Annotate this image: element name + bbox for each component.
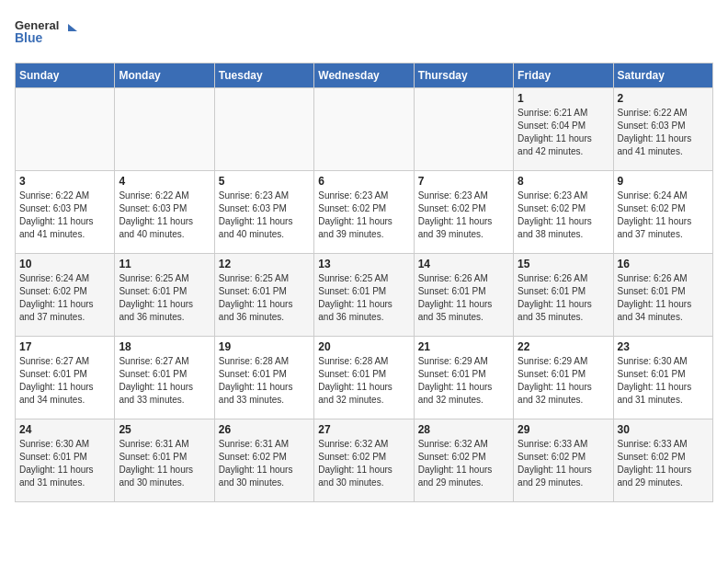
day-info: Sunrise: 6:24 AM Sunset: 6:02 PM Dayligh… <box>19 272 110 324</box>
day-number: 14 <box>418 258 509 270</box>
day-info: Sunrise: 6:28 AM Sunset: 6:01 PM Dayligh… <box>318 355 409 407</box>
day-number: 8 <box>518 175 609 188</box>
day-number: 27 <box>318 423 409 436</box>
day-info: Sunrise: 6:26 AM Sunset: 6:01 PM Dayligh… <box>418 272 509 324</box>
svg-text:Blue: Blue <box>15 30 43 45</box>
calendar-cell <box>214 88 313 171</box>
day-number: 13 <box>318 258 409 270</box>
calendar-cell: 2Sunrise: 6:22 AM Sunset: 6:03 PM Daylig… <box>613 88 712 171</box>
calendar-cell <box>16 88 115 171</box>
calendar-cell: 27Sunrise: 6:32 AM Sunset: 6:02 PM Dayli… <box>314 419 414 502</box>
day-number: 21 <box>418 340 509 353</box>
logo-svg: General Blue <box>15 15 79 52</box>
day-number: 7 <box>418 175 509 188</box>
day-number: 9 <box>618 175 709 188</box>
calendar-cell: 17Sunrise: 6:27 AM Sunset: 6:01 PM Dayli… <box>16 337 115 419</box>
day-info: Sunrise: 6:23 AM Sunset: 6:03 PM Dayligh… <box>219 190 310 241</box>
day-number: 1 <box>518 92 609 105</box>
day-info: Sunrise: 6:22 AM Sunset: 6:03 PM Dayligh… <box>19 190 110 241</box>
calendar-cell: 10Sunrise: 6:24 AM Sunset: 6:02 PM Dayli… <box>16 254 115 337</box>
calendar-cell: 5Sunrise: 6:23 AM Sunset: 6:03 PM Daylig… <box>214 171 313 254</box>
day-info: Sunrise: 6:22 AM Sunset: 6:03 PM Dayligh… <box>618 107 709 158</box>
day-number: 5 <box>219 175 310 188</box>
day-number: 6 <box>318 175 409 188</box>
day-number: 11 <box>119 258 210 270</box>
weekday-header-sunday: Sunday <box>16 63 115 88</box>
day-number: 4 <box>119 175 210 188</box>
day-info: Sunrise: 6:23 AM Sunset: 6:02 PM Dayligh… <box>518 190 609 241</box>
day-info: Sunrise: 6:30 AM Sunset: 6:01 PM Dayligh… <box>618 355 709 407</box>
calendar-table: SundayMondayTuesdayWednesdayThursdayFrid… <box>15 63 713 502</box>
day-number: 3 <box>19 175 110 188</box>
calendar-cell: 26Sunrise: 6:31 AM Sunset: 6:02 PM Dayli… <box>214 419 313 502</box>
calendar-cell: 21Sunrise: 6:29 AM Sunset: 6:01 PM Dayli… <box>414 337 513 419</box>
calendar-cell: 20Sunrise: 6:28 AM Sunset: 6:01 PM Dayli… <box>314 337 414 419</box>
calendar-week-1: 1Sunrise: 6:21 AM Sunset: 6:04 PM Daylig… <box>16 88 713 171</box>
day-info: Sunrise: 6:31 AM Sunset: 6:01 PM Dayligh… <box>119 438 210 489</box>
calendar-cell: 29Sunrise: 6:33 AM Sunset: 6:02 PM Dayli… <box>514 419 613 502</box>
calendar-cell: 14Sunrise: 6:26 AM Sunset: 6:01 PM Dayli… <box>414 254 513 337</box>
day-info: Sunrise: 6:23 AM Sunset: 6:02 PM Dayligh… <box>318 190 409 241</box>
calendar-cell: 11Sunrise: 6:25 AM Sunset: 6:01 PM Dayli… <box>115 254 214 337</box>
day-info: Sunrise: 6:22 AM Sunset: 6:03 PM Dayligh… <box>119 190 210 241</box>
day-number: 15 <box>518 258 609 270</box>
day-info: Sunrise: 6:31 AM Sunset: 6:02 PM Dayligh… <box>219 438 310 489</box>
calendar-cell: 30Sunrise: 6:33 AM Sunset: 6:02 PM Dayli… <box>613 419 712 502</box>
calendar-week-4: 17Sunrise: 6:27 AM Sunset: 6:01 PM Dayli… <box>16 337 713 419</box>
calendar-cell: 8Sunrise: 6:23 AM Sunset: 6:02 PM Daylig… <box>514 171 613 254</box>
day-info: Sunrise: 6:25 AM Sunset: 6:01 PM Dayligh… <box>119 272 210 324</box>
day-number: 28 <box>418 423 509 436</box>
calendar-cell: 4Sunrise: 6:22 AM Sunset: 6:03 PM Daylig… <box>115 171 214 254</box>
calendar-cell: 12Sunrise: 6:25 AM Sunset: 6:01 PM Dayli… <box>214 254 313 337</box>
weekday-header-friday: Friday <box>514 63 613 88</box>
weekday-header-wednesday: Wednesday <box>314 63 414 88</box>
calendar-cell: 13Sunrise: 6:25 AM Sunset: 6:01 PM Dayli… <box>314 254 414 337</box>
day-number: 30 <box>618 423 709 436</box>
calendar-cell: 9Sunrise: 6:24 AM Sunset: 6:02 PM Daylig… <box>613 171 712 254</box>
day-number: 29 <box>518 423 609 436</box>
header: General Blue <box>15 15 713 52</box>
day-number: 26 <box>219 423 310 436</box>
weekday-header-tuesday: Tuesday <box>214 63 313 88</box>
day-info: Sunrise: 6:33 AM Sunset: 6:02 PM Dayligh… <box>618 438 709 489</box>
day-info: Sunrise: 6:28 AM Sunset: 6:01 PM Dayligh… <box>219 355 310 407</box>
calendar-cell: 15Sunrise: 6:26 AM Sunset: 6:01 PM Dayli… <box>514 254 613 337</box>
weekday-header-thursday: Thursday <box>414 63 513 88</box>
calendar-cell <box>115 88 214 171</box>
day-number: 20 <box>318 340 409 353</box>
day-info: Sunrise: 6:27 AM Sunset: 6:01 PM Dayligh… <box>19 355 110 407</box>
day-info: Sunrise: 6:27 AM Sunset: 6:01 PM Dayligh… <box>119 355 210 407</box>
calendar-cell: 19Sunrise: 6:28 AM Sunset: 6:01 PM Dayli… <box>214 337 313 419</box>
day-info: Sunrise: 6:32 AM Sunset: 6:02 PM Dayligh… <box>318 438 409 489</box>
day-number: 12 <box>219 258 310 270</box>
calendar-cell <box>314 88 414 171</box>
day-info: Sunrise: 6:30 AM Sunset: 6:01 PM Dayligh… <box>19 438 110 489</box>
calendar-week-5: 24Sunrise: 6:30 AM Sunset: 6:01 PM Dayli… <box>16 419 713 502</box>
day-info: Sunrise: 6:29 AM Sunset: 6:01 PM Dayligh… <box>418 355 509 407</box>
calendar-cell: 1Sunrise: 6:21 AM Sunset: 6:04 PM Daylig… <box>514 88 613 171</box>
calendar-cell: 25Sunrise: 6:31 AM Sunset: 6:01 PM Dayli… <box>115 419 214 502</box>
calendar-cell: 18Sunrise: 6:27 AM Sunset: 6:01 PM Dayli… <box>115 337 214 419</box>
day-info: Sunrise: 6:23 AM Sunset: 6:02 PM Dayligh… <box>418 190 509 241</box>
day-number: 10 <box>19 258 110 270</box>
day-info: Sunrise: 6:25 AM Sunset: 6:01 PM Dayligh… <box>318 272 409 324</box>
day-info: Sunrise: 6:25 AM Sunset: 6:01 PM Dayligh… <box>219 272 310 324</box>
day-number: 2 <box>618 92 709 105</box>
calendar-cell: 22Sunrise: 6:29 AM Sunset: 6:01 PM Dayli… <box>514 337 613 419</box>
weekday-header-monday: Monday <box>115 63 214 88</box>
day-info: Sunrise: 6:26 AM Sunset: 6:01 PM Dayligh… <box>618 272 709 324</box>
svg-marker-2 <box>68 24 77 31</box>
calendar-cell: 24Sunrise: 6:30 AM Sunset: 6:01 PM Dayli… <box>16 419 115 502</box>
calendar-cell <box>414 88 513 171</box>
day-number: 25 <box>119 423 210 436</box>
day-info: Sunrise: 6:21 AM Sunset: 6:04 PM Dayligh… <box>518 107 609 158</box>
day-number: 22 <box>518 340 609 353</box>
day-info: Sunrise: 6:26 AM Sunset: 6:01 PM Dayligh… <box>518 272 609 324</box>
calendar-cell: 23Sunrise: 6:30 AM Sunset: 6:01 PM Dayli… <box>613 337 712 419</box>
day-number: 23 <box>618 340 709 353</box>
day-info: Sunrise: 6:33 AM Sunset: 6:02 PM Dayligh… <box>518 438 609 489</box>
day-number: 18 <box>119 340 210 353</box>
calendar-cell: 6Sunrise: 6:23 AM Sunset: 6:02 PM Daylig… <box>314 171 414 254</box>
day-info: Sunrise: 6:32 AM Sunset: 6:02 PM Dayligh… <box>418 438 509 489</box>
day-number: 24 <box>19 423 110 436</box>
